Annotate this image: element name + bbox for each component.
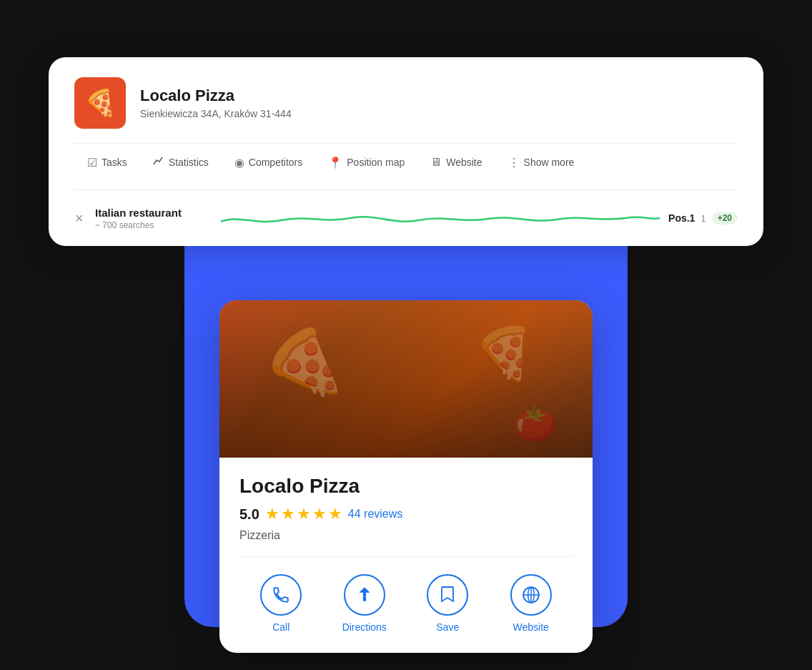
directions-circle (344, 574, 385, 616)
category: Pizzeria (239, 529, 573, 542)
business-logo: 🍕 (74, 77, 126, 129)
star-1: ★ (265, 505, 279, 523)
star-3: ★ (297, 505, 311, 523)
tab-statistics-label: Statistics (169, 157, 209, 168)
action-buttons: Call Directions (239, 574, 573, 633)
svg-rect-0 (363, 596, 366, 601)
tasks-icon: ☑ (87, 156, 97, 169)
call-circle (260, 574, 302, 616)
keyword-close-button[interactable]: ✕ (74, 212, 84, 225)
tab-position-map-label: Position map (347, 157, 405, 168)
business-info: Localo Pizza Sienkiewicza 34A, Kraków 31… (140, 87, 292, 119)
save-label: Save (436, 621, 459, 633)
tab-statistics[interactable]: Statistics (140, 147, 222, 178)
tab-position-map[interactable]: 📍 Position map (315, 147, 417, 178)
competitors-icon: ◉ (234, 156, 244, 169)
action-call[interactable]: Call (252, 574, 310, 633)
call-label: Call (272, 621, 289, 633)
position-label: Pos.1 (668, 212, 695, 224)
keyword-searches: ~ 700 searches (95, 220, 209, 230)
stars: ★ ★ ★ ★ ★ (265, 505, 342, 523)
pizza-image: 🍕 🍕 🍅 (219, 300, 593, 458)
website-label: Website (513, 621, 549, 633)
card-restaurant-name: Localo Pizza (239, 475, 573, 498)
action-save[interactable]: Save (419, 574, 476, 633)
tab-competitors[interactable]: ◉ Competitors (222, 147, 315, 178)
tab-show-more[interactable]: ⋮ Show more (495, 147, 588, 178)
save-circle (427, 574, 468, 616)
action-directions[interactable]: Directions (336, 574, 393, 633)
card-body: Localo Pizza 5.0 ★ ★ ★ ★ ★ 44 reviews Pi… (219, 458, 593, 653)
logo-emoji: 🍕 (84, 88, 117, 118)
directions-label: Directions (342, 621, 387, 633)
rating-number: 5.0 (239, 506, 259, 523)
tab-tasks-label: Tasks (102, 157, 127, 168)
star-5: ★ (328, 505, 342, 523)
tab-website[interactable]: 🖥 Website (417, 147, 495, 177)
reviews-link[interactable]: 44 reviews (348, 508, 402, 521)
business-address: Sienkiewicza 34A, Kraków 31-444 (140, 108, 292, 119)
rating-row: 5.0 ★ ★ ★ ★ ★ 44 reviews (239, 505, 573, 523)
business-name: Localo Pizza (140, 87, 292, 105)
nav-tabs: ☑ Tasks Statistics ◉ Competitors 📍 Posit… (74, 143, 738, 178)
keyword-row: ✕ Italian restaurant ~ 700 searches Pos.… (74, 189, 738, 246)
google-card: 🍕 🍕 🍅 Localo Pizza 5.0 ★ ★ ★ ★ ★ (219, 300, 593, 653)
website-icon: 🖥 (430, 156, 442, 169)
dashboard-card: 🍕 Localo Pizza Sienkiewicza 34A, Kraków … (49, 57, 763, 246)
position-change: +20 (712, 212, 738, 225)
website-circle (510, 574, 552, 616)
statistics-icon (153, 155, 164, 169)
tab-tasks[interactable]: ☑ Tasks (74, 147, 140, 178)
position-map-icon: 📍 (328, 156, 342, 169)
keyword-name: Italian restaurant (95, 207, 209, 219)
position-badge: Pos.1 1 +20 (668, 212, 738, 225)
divider (239, 556, 573, 557)
star-4: ★ (312, 505, 327, 523)
tab-competitors-label: Competitors (249, 157, 302, 168)
star-2: ★ (281, 505, 295, 523)
position-num: 1 (700, 213, 705, 224)
phone-wrapper: 🍕 🍕 🍅 Localo Pizza 5.0 ★ ★ ★ ★ ★ (202, 300, 610, 670)
business-header: 🍕 Localo Pizza Sienkiewicza 34A, Kraków … (74, 77, 738, 129)
keyword-chart (221, 200, 651, 236)
action-website[interactable]: Website (502, 574, 560, 633)
keyword-section: ✕ Italian restaurant ~ 700 searches Pos.… (49, 178, 763, 246)
tab-show-more-label: Show more (524, 157, 575, 168)
tab-website-label: Website (446, 157, 482, 168)
show-more-icon: ⋮ (508, 156, 520, 169)
keyword-info: Italian restaurant ~ 700 searches (95, 207, 209, 230)
